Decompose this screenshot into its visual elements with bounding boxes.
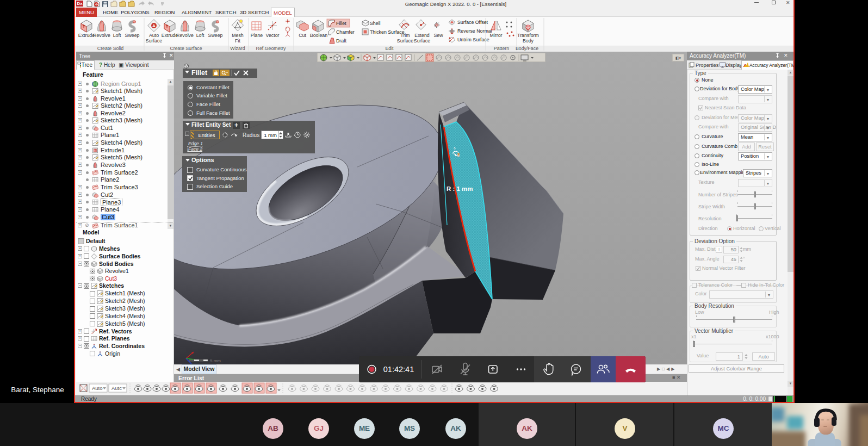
- svg-text:Edit: Edit: [385, 46, 394, 51]
- svg-text:Reverse Normal: Reverse Normal: [457, 28, 492, 34]
- svg-text:Create Surface: Create Surface: [170, 46, 202, 51]
- svg-text:Transform: Transform: [517, 33, 539, 38]
- svg-text:Revolve: Revolve: [93, 33, 110, 38]
- svg-text:Chamfer: Chamfer: [336, 29, 355, 35]
- svg-text:Body: Body: [523, 38, 534, 44]
- svg-text:Vector: Vector: [266, 33, 280, 38]
- svg-text:Trim: Trim: [400, 33, 410, 38]
- svg-text:Cut: Cut: [299, 33, 306, 38]
- svg-text:Fit: Fit: [235, 38, 240, 44]
- svg-text:Surface Offset: Surface Offset: [457, 20, 488, 25]
- svg-text:Pattern: Pattern: [494, 46, 509, 51]
- svg-text:Mirror: Mirror: [490, 33, 503, 38]
- svg-text:Body/Face: Body/Face: [516, 46, 538, 51]
- svg-text:Boolean: Boolean: [310, 33, 327, 38]
- svg-text:Surface: Surface: [146, 38, 162, 44]
- svg-text:Sew: Sew: [433, 33, 443, 38]
- svg-text:Ref.Geometry: Ref.Geometry: [256, 46, 286, 51]
- svg-text:Fillet: Fillet: [336, 21, 346, 26]
- svg-text:Shell: Shell: [370, 21, 381, 26]
- svg-text:Autc: Autc: [111, 385, 122, 391]
- svg-text:Thicken Surface: Thicken Surface: [370, 29, 405, 35]
- svg-text:Wizard: Wizard: [230, 46, 245, 51]
- svg-text:Sweep: Sweep: [208, 33, 223, 38]
- svg-text:Auto: Auto: [149, 33, 159, 38]
- svg-text:Revolve: Revolve: [176, 33, 194, 38]
- svg-text:Auto: Auto: [92, 385, 103, 391]
- svg-text:Create Solid: Create Solid: [97, 46, 124, 51]
- svg-text:Extrude: Extrude: [78, 33, 95, 38]
- svg-text:Draft: Draft: [336, 38, 347, 44]
- svg-text:5 mm: 5 mm: [210, 358, 221, 363]
- svg-text:Sweep: Sweep: [125, 33, 140, 38]
- svg-text:Extend: Extend: [414, 33, 429, 38]
- svg-text:Loft: Loft: [196, 33, 204, 38]
- svg-text:Untrim Surface: Untrim Surface: [457, 37, 489, 42]
- svg-text:01:42:41: 01:42:41: [383, 365, 414, 374]
- svg-text:Loft: Loft: [113, 33, 121, 38]
- svg-text:Plane: Plane: [251, 33, 263, 38]
- svg-text:Surface: Surface: [414, 38, 430, 44]
- svg-text:Extrude: Extrude: [162, 33, 178, 38]
- svg-text:Mesh: Mesh: [232, 33, 244, 38]
- svg-text:Surface: Surface: [397, 38, 413, 44]
- svg-text:R : 1 mm: R : 1 mm: [447, 185, 473, 192]
